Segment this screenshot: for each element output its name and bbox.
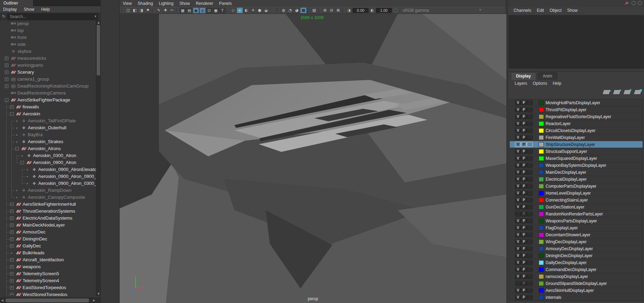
search-filter-icon[interactable]: ↻ [1, 14, 7, 19]
layer-playback-toggle[interactable]: P [521, 232, 527, 237]
layer-row-DecomtamShowerLayer[interactable]: VPDecomtamShowerLayer [510, 231, 643, 238]
outliner-node-BayBra[interactable]: ❖BayBra [0, 131, 96, 138]
outliner-node-Aeroskin_0900_Alron_0900_AlronClaw[interactable]: ❖Aeroskin_0900_Alron_0900_AlronClaw [0, 173, 96, 180]
outliner-node-GallyDec[interactable]: +GallyDec [0, 243, 96, 249]
layer-row-GunDecStationLayer[interactable]: VPGunDecStationLayer [510, 204, 643, 211]
layer-row-ShipStructureDisplayLayer[interactable]: VPShipStructureDisplayLayer [510, 141, 643, 148]
layer-playback-toggle[interactable]: P [521, 274, 527, 279]
scroll-up-icon[interactable]: ▲ [96, 20, 101, 25]
outliner-node-AeroStrikeFighterPackage[interactable]: −AeroStrikeFighterPackage [0, 97, 96, 104]
viewport-menu-shading[interactable]: Shading [138, 1, 153, 6]
layer-row-AeroSkinHullDisplayLayer[interactable]: VPAeroSkinHullDisplayLayer [510, 287, 643, 294]
layer-playback-toggle[interactable]: P [521, 225, 527, 230]
layer-color-swatch[interactable] [539, 232, 544, 237]
layer-playback-toggle[interactable]: P [521, 156, 527, 161]
layer-playback-toggle[interactable]: P [521, 190, 527, 196]
channelbox-menu-channels[interactable]: Channels [514, 8, 531, 13]
layer-visibility-toggle[interactable]: V [515, 100, 521, 105]
layer-display-type-toggle[interactable] [527, 211, 533, 216]
grid-toggle-icon[interactable]: ▦ [180, 8, 186, 13]
expand-icon[interactable]: + [10, 279, 14, 282]
gamma-field[interactable]: 1.00 [376, 8, 392, 13]
bookmark-icon[interactable]: ⚑ [145, 8, 151, 13]
layer-row-ArmouryDecDisplayLayer[interactable]: VPArmouryDecDisplayLayer [510, 245, 643, 252]
smooth-shade-icon[interactable]: ◆ [237, 8, 243, 13]
layer-visibility-toggle[interactable]: V [515, 274, 521, 279]
expand-icon[interactable]: + [10, 223, 14, 227]
layer-playback-toggle[interactable]: P [521, 267, 527, 272]
view-transform-select[interactable]: sRGB gamma▾ [399, 8, 481, 13]
collapse-icon[interactable]: − [10, 112, 14, 116]
layer-display-type-toggle[interactable] [527, 163, 533, 168]
camera-icon[interactable]: ◫ [125, 8, 131, 13]
layer-visibility-toggle[interactable]: V [515, 163, 521, 168]
ambient-occlusion-icon[interactable]: ◒ [263, 8, 269, 13]
expand-icon[interactable]: + [10, 216, 14, 220]
layer-color-swatch[interactable] [539, 177, 544, 182]
layer-color-swatch[interactable] [539, 149, 544, 154]
outliner-node-MainDeckNodeLayer[interactable]: +MainDeckNodeLayer [0, 222, 96, 229]
layer-color-swatch[interactable] [539, 184, 544, 189]
xray-joints-icon[interactable]: ◔ [287, 8, 293, 13]
layer-display-type-toggle[interactable] [527, 197, 533, 203]
layer-playback-toggle[interactable]: P [521, 260, 527, 265]
outliner-node-Aeroskin_0900_Alron_0300_AlronClaw[interactable]: ❖Aeroskin_0900_Alron_0300_AlronClaw [0, 180, 96, 187]
layer-playback-toggle[interactable]: P [521, 239, 527, 244]
layer-visibility-toggle[interactable]: V [515, 149, 521, 154]
outliner-node-WestStoredTorpeedos[interactable]: +WestStoredTorpeedos [0, 291, 96, 296]
outliner-node-camera1_group[interactable]: +camera1_group [0, 76, 96, 83]
layer-display-type-toggle[interactable] [527, 281, 533, 286]
expand-icon[interactable]: + [10, 105, 14, 109]
layer-display-type-toggle[interactable] [527, 128, 533, 133]
layer-color-swatch[interactable] [539, 267, 544, 272]
outliner-menu-display[interactable]: Display [3, 7, 17, 12]
layer-row-ramscoopDisplayLayer[interactable]: VPramscoopDisplayLayer [510, 273, 643, 280]
outliner-menu-show[interactable]: Show [24, 7, 34, 12]
layer-visibility-toggle[interactable]: V [515, 253, 521, 258]
layer-color-swatch[interactable] [539, 253, 544, 258]
layer-row-MainDecDisplayLayer[interactable]: VPMainDecDisplayLayer [510, 169, 643, 176]
layer-color-swatch[interactable] [539, 281, 544, 286]
outliner-node-Aeroskin[interactable]: −Aeroskin [0, 110, 96, 117]
expand-icon[interactable]: + [10, 286, 14, 289]
capture-icon[interactable]: ⊠ [335, 8, 341, 13]
layer-display-type-toggle[interactable] [527, 288, 533, 293]
layer-display-type-toggle[interactable] [527, 204, 533, 210]
channel-box[interactable]: ..................................... [509, 15, 644, 68]
chevron-down-icon[interactable]: ▾ [479, 8, 481, 11]
outliner-node-Aeroskin_Outerhull[interactable]: ❖Aeroskin_Outerhull [0, 124, 96, 131]
layer-display-type-toggle[interactable] [527, 183, 533, 189]
layer-row-GroundSlipandSlideDisplayLayer[interactable]: PGroundSlipandSlideDisplayLayer [510, 280, 643, 287]
layer-visibility-toggle[interactable]: V [515, 232, 521, 237]
outliner-node-AeroStrikeFighterInnerHull[interactable]: +AeroStrikeFighterInnerHull [0, 201, 96, 208]
layer-color-swatch[interactable] [539, 288, 544, 293]
layer-row-WingDecDisplayLayer[interactable]: VPWingDecDisplayLayer [510, 238, 643, 245]
outliner-node-skybox[interactable]: ❖skybox [0, 48, 96, 55]
layer-row-FlagDisplayLayer[interactable]: VPFlagDisplayLayer [510, 224, 643, 231]
isolate-select-icon[interactable]: ▧ [311, 8, 317, 13]
outliner-node-ElectricAndDataSystems[interactable]: +ElectricAndDataSystems [0, 215, 96, 222]
layer-row-ThrustPitDisplayLayer[interactable]: VPThrustPitDisplayLayer [510, 106, 643, 113]
layer-playback-toggle[interactable]: P [521, 128, 527, 133]
layer-playback-toggle[interactable]: P [521, 121, 527, 126]
status-circle-icon[interactable] [631, 1, 636, 5]
pivot-icon[interactable]: ✚ [162, 8, 168, 13]
wireframe-icon[interactable]: ◇ [230, 8, 236, 13]
shadows-icon[interactable]: ● [257, 8, 263, 13]
outliner-vertical-scrollbar[interactable]: ▲ ▼ [96, 20, 100, 296]
layer-color-swatch[interactable] [539, 226, 544, 230]
layer-display-type-toggle[interactable] [527, 267, 533, 272]
scene-render[interactable] [120, 14, 506, 303]
outliner-node-ArmourDec[interactable]: +ArmourDec [0, 229, 96, 236]
expand-icon[interactable]: + [5, 84, 8, 88]
layer-display-type-toggle[interactable] [527, 253, 533, 258]
outliner-node-Aeroskin_0900_Alron[interactable]: −Aeroskin_0900_Alron [0, 159, 96, 166]
viewport-menu-lighting[interactable]: Lighting [159, 1, 174, 6]
collapse-icon[interactable]: − [5, 98, 8, 102]
layer-visibility-toggle[interactable]: V [515, 107, 521, 112]
layer-row-internals[interactable]: VPinternals [510, 294, 643, 301]
layer-visibility-toggle[interactable]: V [515, 114, 521, 119]
layer-visibility-toggle[interactable]: V [515, 218, 521, 223]
layer-visibility-toggle[interactable]: V [515, 239, 521, 244]
layer-playback-toggle[interactable]: P [521, 107, 527, 112]
